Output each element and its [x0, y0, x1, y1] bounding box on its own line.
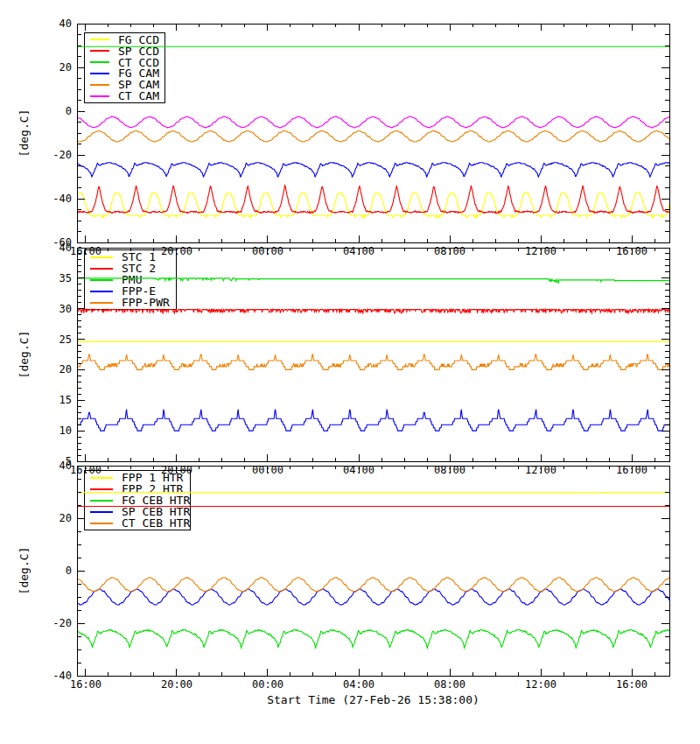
legend-entry: SP CCD — [85, 46, 164, 57]
series-fpp-e — [77, 410, 669, 431]
x-tick-label: 08:00 — [424, 245, 476, 257]
legend-line-sample — [90, 523, 113, 524]
series-stc-2 — [77, 310, 669, 313]
series-sp-cam — [77, 131, 669, 143]
x-tick-label: 08:00 — [424, 678, 476, 691]
y-tick-label: -40 — [33, 193, 72, 205]
legend-panel3: FPP 1 HTRFPP 2 HTRFG CEB HTRSP CEB HTRCT… — [84, 470, 191, 530]
legend-line-sample — [90, 477, 113, 479]
x-tick-label: 16:00 — [606, 245, 658, 257]
y-tick-label: 30 — [33, 303, 72, 315]
series-fg-cam — [77, 163, 669, 177]
legend-label: SP CCD — [118, 46, 159, 57]
y-tick-label: 20 — [33, 363, 72, 376]
y-axis-title-panel3: [deg.C] — [18, 547, 31, 595]
legend-line-sample — [90, 291, 113, 292]
legend-line-sample — [90, 302, 113, 304]
x-tick-label: 00:00 — [242, 245, 294, 257]
y-tick-label: 35 — [33, 272, 72, 284]
x-tick-label: 04:00 — [332, 678, 385, 691]
legend-entry: CT CEB HTR — [85, 517, 190, 529]
legend-label: CT CAM — [118, 90, 159, 102]
x-tick-label: 12:00 — [514, 678, 567, 691]
series-ct-cam — [77, 116, 669, 128]
y-tick-label: -40 — [33, 670, 72, 682]
legend-line-sample — [90, 61, 109, 63]
y-tick-label: 10 — [33, 425, 72, 437]
legend-panel1: FG CCDSP CCDCT CCDFG CAMSP CAMCT CAM — [84, 32, 165, 103]
x-tick-label: 16:00 — [606, 678, 658, 691]
legend-label: FPP-PWR — [122, 297, 170, 308]
legend-panel2: STC 1STC 2PMUFPP-EFPP-PWR — [84, 249, 177, 310]
x-tick-label: 00:00 — [242, 678, 294, 691]
series-fg-ceb-htr — [77, 630, 669, 649]
legend-entry: CT CAM — [85, 90, 164, 102]
series-fg-ccd — [77, 193, 669, 218]
plot-canvas — [0, 0, 700, 744]
legend-line-sample — [90, 279, 113, 281]
y-tick-label: -20 — [33, 617, 72, 629]
legend-entry: FPP-PWR — [85, 297, 176, 308]
y-tick-label: 0 — [33, 565, 72, 577]
legend-line-sample — [90, 268, 113, 270]
y-tick-label: 0 — [33, 105, 72, 117]
y-axis-title-panel2: [deg.C] — [18, 331, 31, 379]
legend-line-sample — [90, 50, 109, 52]
legend-line-sample — [90, 39, 109, 40]
x-tick-label: 08:00 — [424, 464, 476, 476]
x-tick-label: 00:00 — [242, 464, 294, 476]
y-tick-label: -60 — [33, 236, 72, 249]
series-sp-ccd — [77, 186, 669, 214]
x-tick-label: 16:00 — [606, 464, 658, 476]
legend-line-sample — [90, 256, 113, 258]
x-axis-title: Start Time (27-Feb-26 15:38:00) — [77, 693, 669, 706]
y-tick-label: 40 — [33, 18, 72, 30]
y-axis-title-panel1: [deg.C] — [18, 109, 31, 158]
x-tick-label: 12:00 — [514, 464, 567, 476]
y-tick-label: 25 — [33, 333, 72, 346]
legend-label: CT CEB HTR — [122, 517, 190, 529]
axis-labels-layer: [deg.C] [deg.C] [deg.C] Start Time (27-F… — [0, 0, 700, 744]
telemetry-temperature-figure: FG CCDSP CCDCT CCDFG CAMSP CAMCT CAMSTC … — [0, 0, 700, 744]
x-tick-label: 12:00 — [514, 245, 567, 257]
x-tick-label: 04:00 — [332, 464, 385, 476]
legend-line-sample — [90, 84, 109, 86]
legend-line-sample — [90, 95, 109, 97]
y-tick-label: 40 — [33, 242, 72, 254]
y-tick-label: 15 — [33, 394, 72, 406]
series-fpp-pwr — [77, 354, 669, 369]
y-tick-label: 20 — [33, 512, 72, 524]
y-tick-label: 5 — [33, 455, 72, 467]
y-tick-label: -20 — [33, 149, 72, 161]
y-tick-label: 20 — [33, 61, 72, 74]
y-tick-label: 40 — [33, 460, 72, 472]
x-tick-label: 16:00 — [60, 678, 112, 691]
legend-line-sample — [90, 500, 113, 502]
series-sp-ceb-htr — [77, 589, 669, 605]
panel-frame — [77, 24, 669, 242]
x-tick-label: 04:00 — [332, 245, 385, 257]
x-tick-label: 20:00 — [150, 678, 203, 691]
legend-line-sample — [90, 511, 113, 513]
series-ct-ceb-htr — [77, 578, 669, 592]
legend-line-sample — [90, 488, 113, 490]
legend-label: FG CCD — [118, 34, 159, 46]
legend-entry: FG CCD — [85, 34, 164, 46]
legend-line-sample — [90, 73, 109, 74]
